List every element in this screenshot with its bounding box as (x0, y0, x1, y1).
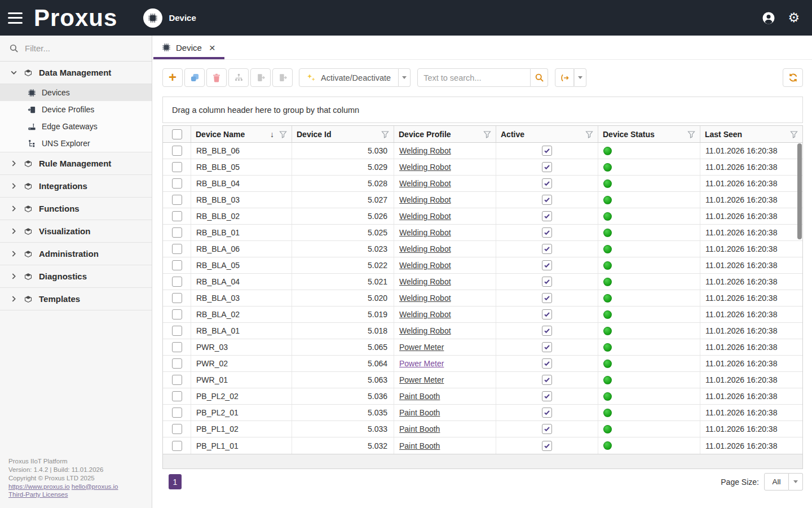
row-select-checkbox[interactable] (172, 244, 182, 254)
delete-button[interactable] (206, 68, 227, 87)
active-checkbox[interactable] (542, 293, 552, 303)
device-profile-link[interactable]: Welding Robot (399, 195, 451, 204)
row-select-checkbox[interactable] (172, 260, 182, 270)
device-profile-link[interactable]: Welding Robot (399, 163, 451, 172)
header-device-profile[interactable]: Device Profile (394, 126, 496, 142)
device-profile-link[interactable]: Welding Robot (399, 310, 451, 319)
row-select-checkbox[interactable] (172, 342, 182, 352)
sidebar-item-device-profiles[interactable]: Device Profiles (0, 101, 152, 118)
hamburger-menu-icon[interactable] (8, 12, 23, 24)
select-all-checkbox[interactable] (172, 129, 182, 139)
vertical-scrollbar-thumb[interactable] (797, 143, 802, 239)
filter-funnel-icon[interactable] (483, 130, 491, 138)
device-profile-link[interactable]: Paint Booth (399, 408, 440, 417)
device-profile-link[interactable]: Welding Robot (399, 277, 451, 286)
export-device-button[interactable] (272, 68, 293, 87)
row-select-checkbox[interactable] (172, 375, 182, 385)
row-select-checkbox[interactable] (172, 391, 182, 401)
header-active[interactable]: Active (496, 126, 598, 142)
active-checkbox[interactable] (542, 358, 552, 369)
active-checkbox[interactable] (542, 178, 552, 189)
row-select-checkbox[interactable] (172, 211, 182, 221)
grid-search-input[interactable] (417, 68, 531, 87)
device-profile-link[interactable]: Welding Robot (399, 212, 451, 221)
active-checkbox[interactable] (542, 162, 552, 172)
row-select-checkbox[interactable] (172, 424, 182, 434)
tab-close-icon[interactable]: × (209, 42, 215, 53)
add-device-button[interactable]: + (162, 68, 183, 87)
sidebar-group-functions[interactable]: Functions (0, 198, 152, 220)
sidebar-item-edge-gateways[interactable]: Edge Gateways (0, 118, 152, 135)
page-number-button[interactable]: 1 (169, 474, 182, 489)
import-button[interactable] (250, 68, 271, 87)
row-select-checkbox[interactable] (172, 326, 182, 336)
device-profile-link[interactable]: Welding Robot (399, 261, 451, 270)
page-size-select[interactable]: All (764, 473, 803, 491)
sidebar-group-templates[interactable]: Templates (0, 288, 152, 310)
device-profile-link[interactable]: Welding Robot (399, 326, 451, 335)
device-profile-link[interactable]: Power Meter (399, 359, 444, 368)
row-select-checkbox[interactable] (172, 408, 182, 418)
sidebar-group-data-management[interactable]: Data Management (0, 62, 152, 84)
sidebar-item-uns-explorer[interactable]: UNS Explorer (0, 135, 152, 152)
active-checkbox[interactable] (542, 424, 552, 434)
filter-funnel-icon[interactable] (279, 130, 287, 138)
device-profile-link[interactable]: Welding Robot (399, 146, 451, 155)
sidebar-item-devices[interactable]: Devices (0, 84, 152, 101)
header-device-status[interactable]: Device Status (598, 126, 700, 142)
row-select-checkbox[interactable] (172, 309, 182, 319)
row-select-checkbox[interactable] (172, 195, 182, 205)
active-checkbox[interactable] (542, 391, 552, 401)
activate-deactivate-button[interactable]: Activate/Deactivate (299, 68, 399, 87)
row-select-checkbox[interactable] (172, 277, 182, 287)
sidebar-filter-input[interactable] (25, 43, 143, 53)
tab-device[interactable]: Device × (152, 36, 224, 59)
search-button[interactable] (531, 68, 548, 87)
licenses-link[interactable]: Third-Party Licenses (8, 491, 68, 498)
hierarchy-button[interactable] (228, 68, 249, 87)
filter-funnel-icon[interactable] (585, 130, 593, 138)
device-profile-link[interactable]: Paint Booth (399, 424, 440, 433)
row-select-checkbox[interactable] (172, 178, 182, 189)
export-button[interactable] (555, 68, 574, 87)
row-select-checkbox[interactable] (172, 358, 182, 369)
settings-gear-icon[interactable]: ⚙ (788, 11, 800, 24)
sidebar-group-rule-management[interactable]: Rule Management (0, 152, 152, 175)
device-profile-link[interactable]: Paint Booth (399, 392, 440, 401)
website-link[interactable]: https://www.proxus.io (8, 483, 70, 490)
row-select-checkbox[interactable] (172, 162, 182, 172)
active-checkbox[interactable] (542, 244, 552, 254)
group-by-panel[interactable]: Drag a column header here to group by th… (162, 97, 803, 123)
active-checkbox[interactable] (542, 260, 552, 270)
sidebar-group-diagnostics[interactable]: Diagnostics (0, 265, 152, 288)
active-checkbox[interactable] (542, 227, 552, 238)
header-last-seen[interactable]: Last Seen (700, 126, 802, 142)
active-checkbox[interactable] (542, 375, 552, 385)
header-device-id[interactable]: Device Id (292, 126, 394, 142)
device-profile-link[interactable]: Welding Robot (399, 228, 451, 237)
copy-button[interactable] (184, 68, 205, 87)
device-profile-link[interactable]: Welding Robot (399, 294, 451, 303)
active-checkbox[interactable] (542, 326, 552, 336)
active-checkbox[interactable] (542, 146, 552, 156)
row-select-checkbox[interactable] (172, 227, 182, 238)
device-profile-link[interactable]: Paint Booth (399, 441, 440, 450)
filter-funnel-icon[interactable] (381, 130, 389, 138)
active-checkbox[interactable] (542, 195, 552, 205)
sidebar-group-administration[interactable]: Administration (0, 243, 152, 265)
refresh-button[interactable] (783, 68, 803, 87)
row-select-checkbox[interactable] (172, 146, 182, 156)
app-logo[interactable]: Proxus (34, 6, 117, 30)
active-checkbox[interactable] (542, 342, 552, 352)
active-checkbox[interactable] (542, 309, 552, 319)
device-profile-link[interactable]: Welding Robot (399, 244, 451, 253)
active-checkbox[interactable] (542, 441, 552, 451)
filter-funnel-icon[interactable] (687, 130, 695, 138)
export-dropdown-button[interactable] (574, 68, 586, 87)
active-checkbox[interactable] (542, 277, 552, 287)
row-select-checkbox[interactable] (172, 293, 182, 303)
active-checkbox[interactable] (542, 408, 552, 418)
header-device-name[interactable]: Device Name ↓ (191, 126, 292, 142)
filter-funnel-icon[interactable] (790, 130, 798, 138)
account-icon[interactable] (762, 11, 775, 25)
